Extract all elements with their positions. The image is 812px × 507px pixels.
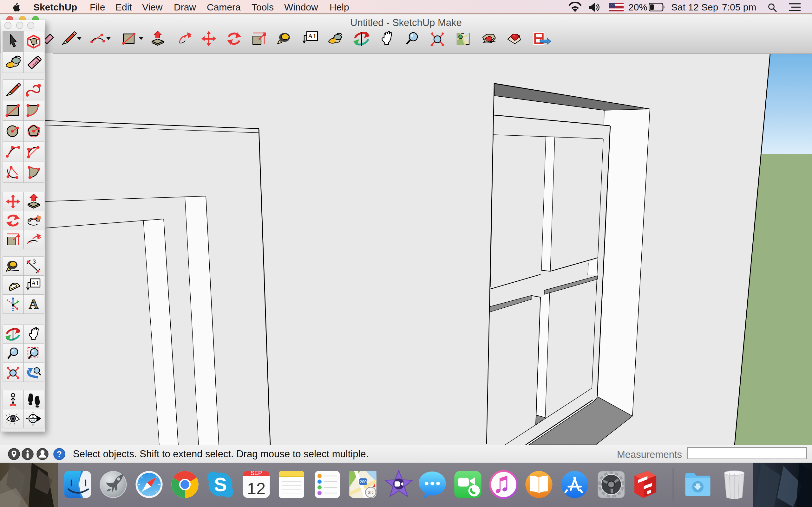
svg-text:A1: A1 (32, 279, 39, 286)
svg-text:A: A (29, 297, 39, 312)
svg-text:3D: 3D (368, 490, 374, 495)
svg-text:C: C (32, 414, 34, 418)
svg-text:12: 12 (247, 479, 265, 498)
svg-text:A-6: A-6 (31, 419, 35, 422)
svg-text:3: 3 (33, 259, 36, 265)
svg-text:S: S (214, 474, 227, 495)
svg-text:SEP: SEP (251, 470, 262, 476)
svg-text:280: 280 (360, 480, 367, 484)
svg-text:?: ? (57, 449, 62, 459)
svg-text:A1: A1 (308, 32, 316, 40)
